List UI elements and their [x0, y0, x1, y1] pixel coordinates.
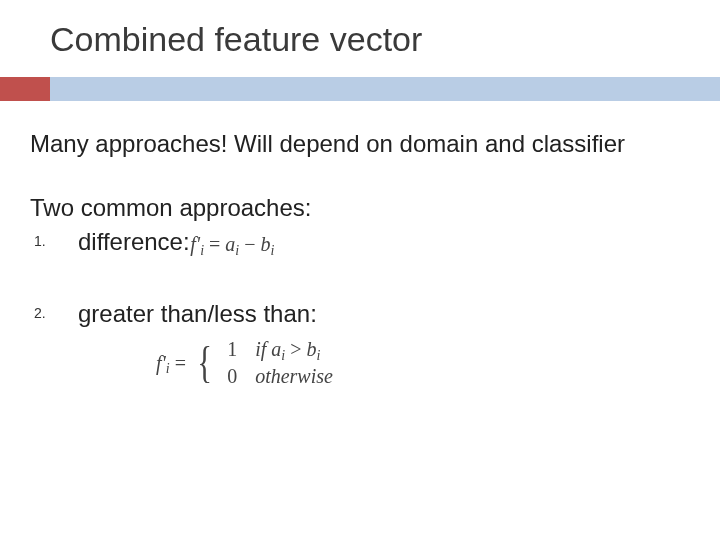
eq-subscript: i: [166, 361, 170, 376]
intro-text: Many approaches! Will depend on domain a…: [30, 129, 690, 159]
case-condition: otherwise: [255, 364, 333, 389]
eq-symbol: b: [261, 233, 271, 255]
eq-case: 0 otherwise: [223, 364, 333, 389]
list-item: 1. difference: f'i = ai − bi: [34, 227, 690, 257]
approaches-list: 1. difference: f'i = ai − bi 2. greater …: [30, 227, 690, 389]
eq-subscript: i: [271, 243, 275, 258]
case-value: 0: [223, 364, 241, 389]
eq-operator: −: [239, 233, 260, 255]
eq-symbol: a: [271, 338, 281, 360]
case-value: 1: [223, 337, 241, 362]
equation-piecewise: f'i = { 1 if ai > bi 0 otherwise: [156, 337, 690, 389]
slide-body: Many approaches! Will depend on domain a…: [0, 129, 720, 389]
list-number: 1.: [34, 233, 46, 251]
case-condition: if ai > bi: [255, 337, 320, 362]
eq-sign: =: [204, 233, 225, 255]
brace-icon: {: [197, 343, 212, 383]
slide: Combined feature vector Many approaches!…: [0, 0, 720, 540]
eq-symbol: f': [156, 352, 166, 374]
rule-line: [50, 77, 720, 101]
title-rule: [0, 77, 720, 101]
eq-symbol: a: [225, 233, 235, 255]
eq-subscript: i: [316, 348, 320, 363]
list-label: greater than/less than:: [78, 300, 317, 327]
eq-symbol: b: [306, 338, 316, 360]
approaches-subhead: Two common approaches:: [30, 193, 690, 223]
rule-accent: [0, 77, 50, 101]
eq-operator: >: [285, 338, 306, 360]
eq-lhs: f'i =: [156, 351, 186, 376]
eq-symbol: f': [190, 233, 200, 255]
eq-subscript: i: [200, 243, 204, 258]
equation-difference: f'i = ai − bi: [190, 233, 274, 255]
eq-cases: 1 if ai > bi 0 otherwise: [223, 337, 333, 389]
list-label: difference:: [78, 228, 190, 255]
list-item: 2. greater than/less than: f'i = { 1 if …: [34, 299, 690, 389]
eq-subscript: i: [235, 243, 239, 258]
eq-subscript: i: [281, 348, 285, 363]
slide-title: Combined feature vector: [0, 20, 720, 59]
list-number: 2.: [34, 305, 46, 323]
eq-text: if: [255, 338, 271, 360]
eq-sign: =: [170, 352, 186, 374]
eq-case: 1 if ai > bi: [223, 337, 333, 362]
